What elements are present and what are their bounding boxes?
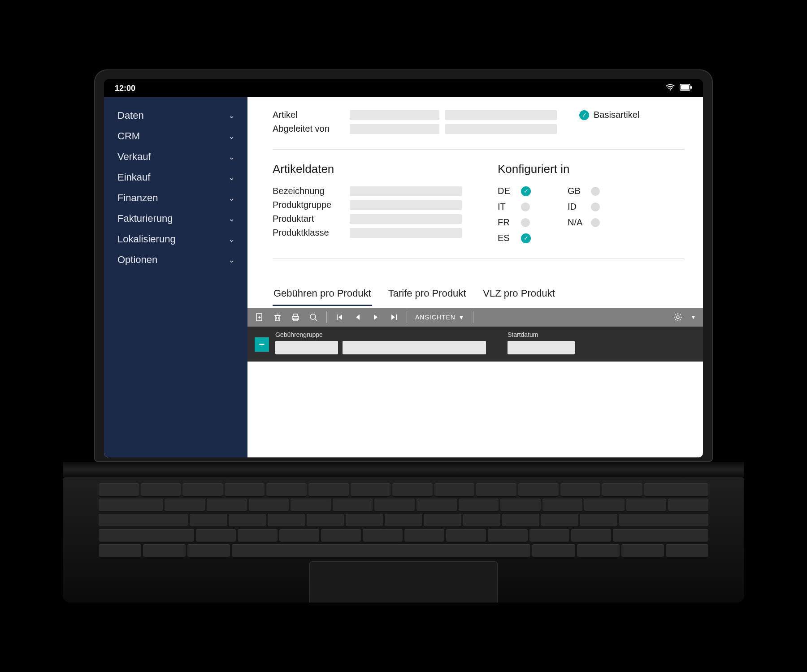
svg-point-0: [670, 89, 671, 90]
artikel-input-2[interactable]: [445, 110, 557, 120]
country-gb-check[interactable]: [591, 187, 600, 196]
abgeleitet-label: Abgeleitet von: [273, 124, 344, 134]
sidebar-item-label: CRM: [117, 130, 140, 142]
bezeichnung-label: Bezeichnung: [273, 186, 344, 196]
chevron-down-icon: ⌄: [228, 255, 235, 265]
gear-icon[interactable]: [673, 312, 683, 322]
sidebar-item-label: Daten: [117, 110, 144, 121]
country-fr-label: FR: [498, 217, 516, 228]
sidebar-item-finanzen[interactable]: Finanzen ⌄: [104, 188, 247, 208]
bezeichnung-input[interactable]: [350, 186, 462, 196]
produktart-input[interactable]: [350, 214, 462, 224]
triangle-down-icon[interactable]: ▼: [691, 314, 696, 320]
last-record-icon[interactable]: [389, 312, 399, 322]
gebuhrengruppe-input-1[interactable]: [275, 341, 338, 354]
svg-rect-2: [681, 85, 689, 90]
produktklasse-label: Produktklasse: [273, 228, 344, 238]
gebuhrengruppe-label: Gebührengruppe: [275, 331, 486, 338]
first-record-icon[interactable]: [335, 312, 345, 322]
country-id-check[interactable]: [591, 202, 600, 211]
sidebar-item-einkauf[interactable]: Einkauf ⌄: [104, 167, 247, 188]
chevron-down-icon: ⌄: [228, 214, 235, 224]
sidebar-item-label: Finanzen: [117, 192, 158, 204]
konfiguriert-title: Konfiguriert in: [498, 162, 604, 176]
svg-rect-11: [396, 314, 397, 320]
divider: [273, 149, 684, 150]
startdatum-label: Startdatum: [508, 331, 575, 338]
chevron-down-icon: ⌄: [228, 193, 235, 203]
new-record-icon[interactable]: [255, 312, 265, 322]
tab-tarife[interactable]: Tarife pro Produkt: [387, 282, 467, 306]
sidebar-item-label: Fakturierung: [117, 213, 173, 224]
country-it-label: IT: [498, 202, 516, 212]
collapse-toggle[interactable]: −: [255, 337, 269, 352]
search-icon[interactable]: [308, 312, 318, 322]
divider: [273, 258, 684, 259]
print-icon[interactable]: [291, 312, 300, 322]
product-tabs: Gebühren pro Produkt Tarife pro Produkt …: [273, 282, 684, 306]
country-gb-label: GB: [568, 186, 586, 196]
artikel-label: Artikel: [273, 110, 344, 120]
country-de-check[interactable]: ✓: [521, 186, 531, 196]
next-record-icon[interactable]: [371, 312, 381, 322]
chevron-down-icon: ⌄: [228, 234, 235, 244]
abgeleitet-input-2[interactable]: [445, 124, 557, 134]
grid-toolbar: ANSICHTEN ▼ ▼: [247, 308, 703, 327]
country-es-label: ES: [498, 233, 516, 243]
chevron-down-icon: ⌄: [228, 172, 235, 182]
produktgruppe-label: Produktgruppe: [273, 200, 344, 210]
svg-rect-5: [275, 315, 280, 321]
svg-rect-10: [337, 314, 338, 320]
sidebar-item-daten[interactable]: Daten ⌄: [104, 105, 247, 126]
country-na-label: N/A: [568, 217, 586, 228]
tab-gebuhren[interactable]: Gebühren pro Produkt: [273, 282, 372, 306]
country-id-label: ID: [568, 202, 586, 212]
chevron-down-icon: ⌄: [228, 131, 235, 141]
country-es-check[interactable]: ✓: [521, 233, 531, 243]
svg-point-9: [310, 314, 316, 319]
tab-vlz[interactable]: VLZ pro Produkt: [482, 282, 555, 306]
delete-icon[interactable]: [273, 312, 282, 322]
gebuhrengruppe-input-2[interactable]: [343, 341, 486, 354]
produktklasse-input[interactable]: [350, 228, 462, 238]
country-de-label: DE: [498, 186, 516, 196]
chevron-down-icon: ⌄: [228, 152, 235, 162]
sidebar-nav: Daten ⌄ CRM ⌄ Verkauf ⌄ Einkauf ⌄: [104, 97, 247, 457]
country-fr-check[interactable]: [521, 218, 530, 227]
clock: 12:00: [115, 84, 135, 93]
device-status-bar: 12:00: [104, 79, 703, 97]
main-content: Artikel Abgeleitet von ✓: [247, 97, 703, 457]
grid-row: − Gebührengruppe Startdatum: [247, 327, 703, 362]
country-na-check[interactable]: [591, 218, 600, 227]
triangle-down-icon: ▼: [458, 314, 465, 321]
produktart-label: Produktart: [273, 214, 344, 224]
wifi-icon: [665, 82, 675, 95]
sidebar-item-label: Verkauf: [117, 151, 151, 163]
artikeldaten-title: Artikeldaten: [273, 162, 462, 176]
country-it-check[interactable]: [521, 202, 530, 211]
svg-rect-3: [690, 86, 692, 89]
produktgruppe-input[interactable]: [350, 200, 462, 210]
artikel-input-1[interactable]: [350, 110, 439, 120]
sidebar-item-crm[interactable]: CRM ⌄: [104, 126, 247, 146]
battery-icon: [680, 84, 692, 93]
sidebar-item-label: Einkauf: [117, 172, 150, 183]
startdatum-input[interactable]: [508, 341, 575, 354]
chevron-down-icon: ⌄: [228, 111, 235, 121]
svg-point-12: [677, 316, 679, 319]
sidebar-item-optionen[interactable]: Optionen ⌄: [104, 250, 247, 270]
sidebar-item-verkauf[interactable]: Verkauf ⌄: [104, 146, 247, 167]
sidebar-item-fakturierung[interactable]: Fakturierung ⌄: [104, 208, 247, 229]
sidebar-item-label: Optionen: [117, 254, 157, 266]
basisartikel-label: Basisartikel: [594, 110, 639, 120]
check-circle-icon: ✓: [579, 110, 589, 120]
sidebar-item-label: Lokalisierung: [117, 233, 176, 245]
prev-record-icon[interactable]: [353, 312, 363, 322]
basisartikel-indicator[interactable]: ✓ Basisartikel: [579, 110, 639, 120]
abgeleitet-input-1[interactable]: [350, 124, 439, 134]
ansichten-dropdown[interactable]: ANSICHTEN ▼: [415, 314, 465, 321]
sidebar-item-lokalisierung[interactable]: Lokalisierung ⌄: [104, 229, 247, 250]
